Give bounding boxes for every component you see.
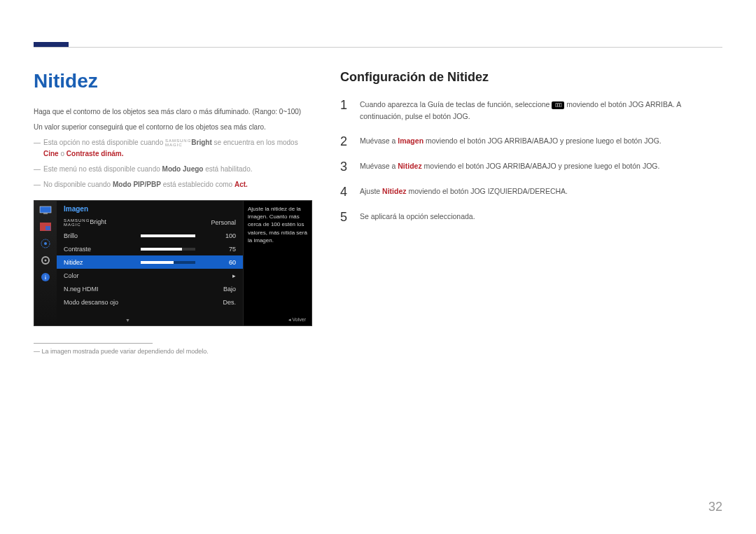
step-4-part-a: Ajuste	[360, 187, 382, 195]
note-3: No disponible cuando Modo PIP/PBP está e…	[34, 179, 312, 190]
intro-text-2: Un valor superior conseguirá que el cont…	[34, 122, 312, 133]
note-3-part-a: No disponible cuando	[43, 181, 113, 188]
samsung-magic-logo-osd: SAMSUNGMAGIC	[64, 218, 90, 227]
note-1-bright: Bright	[191, 139, 211, 146]
step-3: 3 Muévase a Nitidez moviendo el botón JO…	[340, 160, 722, 173]
osd-sidebar: i	[34, 201, 57, 325]
step-5-text: Se aplicará la opción seleccionada.	[360, 211, 475, 223]
step-2: 2 Muévase a Imagen moviendo el botón JOG…	[340, 135, 722, 148]
step-num-3: 3	[340, 160, 349, 173]
svg-rect-0	[40, 206, 51, 213]
step-num-2: 2	[340, 135, 349, 148]
step-4-nitidez: Nitidez	[382, 187, 406, 195]
osd-row-color: Color ▸	[57, 269, 243, 282]
note-2-part-a: Este menú no está disponible cuando	[43, 165, 162, 173]
note-1: Esta opción no está disponible cuando SA…	[34, 137, 312, 160]
step-num-1: 1	[340, 99, 349, 122]
note-1-cine: Cine	[43, 150, 59, 157]
note-2-part-c: está habilitado.	[203, 165, 252, 173]
note-2-modo: Modo Juego	[162, 165, 204, 173]
osd-footer-volver: ◂ Volver	[283, 314, 312, 325]
osd-row-contraste: Contraste 75	[57, 242, 243, 255]
note-1-part-a: Esta opción no está disponible cuando	[43, 139, 165, 146]
osd-main: Imagen SAMSUNGMAGICBright Personal Brill…	[57, 201, 243, 325]
page-title: Nitidez	[34, 70, 312, 92]
svg-point-5	[44, 242, 47, 245]
svg-point-7	[45, 260, 47, 262]
note-1-contraste: Contraste dinám.	[66, 150, 124, 157]
osd-row-descanso: Modo descanso ojo Des.	[57, 295, 243, 309]
note-3-part-c: está establecido como	[161, 181, 234, 188]
osd-row-brillo: Brillo 100	[57, 229, 243, 242]
step-4-part-c: moviendo el botón JOG IZQUIERDA/DERECHA.	[407, 187, 568, 195]
settings-icon	[39, 239, 52, 248]
step-3-nitidez: Nitidez	[398, 162, 421, 170]
page-number: 32	[708, 500, 722, 514]
note-1-part-c: se encuentra en los modos	[212, 139, 298, 146]
header-rule	[34, 47, 722, 48]
header-accent	[34, 42, 69, 47]
intro-text-1: Haga que el contorno de los objetos sea …	[34, 106, 312, 118]
svg-rect-3	[46, 226, 50, 230]
monitor-icon	[39, 205, 52, 215]
osd-screenshot: i Imagen SAMSUNGMAGICBright Personal Bri…	[34, 200, 312, 326]
step-5: 5 Se aplicará la opción seleccionada.	[340, 211, 722, 223]
menu-icon: ▯▯▯	[552, 101, 564, 109]
osd-row-nneg: N.neg HDMI Bajo	[57, 282, 243, 295]
gear-icon	[39, 255, 52, 265]
config-title: Configuración de Nitidez	[340, 70, 722, 85]
step-3-part-a: Muévase a	[360, 162, 398, 170]
step-num-4: 4	[340, 185, 349, 198]
note-3-pip: Modo PIP/PBP	[113, 181, 161, 188]
note-1-part-e: o	[59, 150, 66, 157]
step-2-part-c: moviendo el botón JOG ARRIBA/ABAJO y pre…	[424, 136, 662, 145]
osd-row-bright: SAMSUNGMAGICBright Personal	[57, 216, 243, 229]
step-1: 1 Cuando aparezca la Guía de teclas de f…	[340, 99, 722, 122]
step-3-part-c: moviendo el botón JOG ARRIBA/ABAJO y pre…	[422, 162, 660, 170]
step-num-5: 5	[340, 211, 349, 223]
footnote-rule	[34, 343, 153, 344]
svg-rect-1	[43, 213, 48, 214]
osd-scroll-indicator: ▼	[125, 318, 130, 323]
samsung-magic-logo: SAMSUNGMAGIC	[165, 139, 191, 147]
note-3-act: Act.	[234, 181, 248, 188]
step-4: 4 Ajuste Nitidez moviendo el botón JOG I…	[340, 185, 722, 198]
osd-description: Ajuste la nitidez de la imagen. Cuanto m…	[243, 201, 312, 325]
osd-row-nitidez: Nitidez 60	[57, 255, 243, 269]
step-2-part-a: Muévase a	[360, 136, 398, 145]
osd-tab-imagen: Imagen	[57, 201, 243, 216]
note-2: Este menú no está disponible cuando Modo…	[34, 164, 312, 175]
footnote: ― La imagen mostrada puede variar depend…	[34, 348, 312, 355]
info-icon: i	[39, 272, 52, 282]
pip-icon	[39, 222, 52, 232]
step-1-part-a: Cuando aparezca la Guía de teclas de fun…	[360, 100, 552, 108]
step-2-imagen: Imagen	[398, 136, 424, 145]
